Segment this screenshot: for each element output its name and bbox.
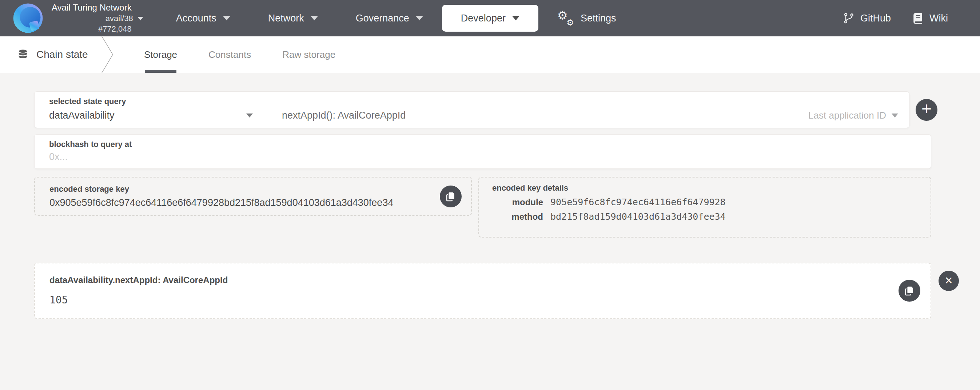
database-icon: [18, 49, 29, 60]
selected-state-query-card: selected state query dataAvailability ne…: [34, 91, 909, 128]
encoded-storage-key-box: encoded storage key 0x905e59f6c8fc974ec6…: [34, 177, 472, 216]
pallet-value: dataAvailability: [49, 110, 246, 121]
copy-icon: [904, 285, 915, 296]
nav-item-settings[interactable]: ⚙⚙ Settings: [538, 5, 635, 32]
chevron-down-icon: [512, 16, 519, 21]
query-label: selected state query: [49, 97, 898, 106]
blockhash-label: blockhash to query at: [49, 140, 920, 149]
query-result-card: dataAvailability.nextAppId: AvailCoreApp…: [34, 263, 931, 319]
gears-icon: ⚙⚙: [557, 10, 574, 26]
chevron-down-icon: [223, 16, 230, 21]
chevron-divider: [101, 37, 113, 73]
blockhash-card: blockhash to query at: [34, 134, 931, 169]
method-dropdown[interactable]: nextAppId(): AvailCoreAppId: [282, 110, 406, 121]
wiki-link[interactable]: Wiki: [912, 13, 948, 24]
copy-result-button[interactable]: [899, 280, 920, 302]
network-name: Avail Turing Network: [52, 3, 132, 13]
section-label: Chain state: [37, 49, 88, 60]
nav-item-network[interactable]: Network: [249, 5, 337, 32]
copy-icon: [445, 191, 456, 202]
tab-raw-storage[interactable]: Raw storage: [282, 37, 336, 73]
link-label: GitHub: [860, 13, 891, 24]
git-branch-icon: [843, 13, 854, 24]
chevron-down-icon: [416, 16, 423, 21]
encoded-key-row: encoded storage key 0x905e59f6c8fc974ec6…: [34, 177, 980, 237]
param-dropdown[interactable]: Last application ID: [808, 110, 898, 121]
key-detail-value: 905e59f6c8fc974ec64116e6f6479928: [550, 197, 726, 207]
nav-label: Developer: [461, 13, 506, 24]
close-icon: ×: [945, 274, 952, 287]
nav-label: Network: [268, 13, 304, 24]
encoded-key-value: 0x905e59f6c8fc974ec64116e6f6479928bd215f…: [49, 197, 440, 209]
add-query-button[interactable]: +: [916, 99, 937, 121]
chain-spec-selector[interactable]: avail/38: [105, 14, 143, 23]
result-value: 105: [49, 294, 899, 306]
tabs: Storage Constants Raw storage: [144, 37, 336, 73]
nav-item-governance[interactable]: Governance: [337, 5, 442, 32]
chain-state-tabbar: Chain state Storage Constants Raw storag…: [0, 37, 980, 73]
blockhash-input[interactable]: [49, 151, 886, 162]
key-detail-row: method bd215f8ad159d04103d61a3d430fee34: [492, 212, 922, 222]
key-details-label: encoded key details: [492, 183, 922, 193]
remove-query-button[interactable]: ×: [939, 271, 959, 291]
encoded-key-details-box: encoded key details module 905e59f6c8fc9…: [478, 177, 931, 237]
nav-label: Governance: [356, 13, 409, 24]
github-link[interactable]: GitHub: [843, 13, 891, 24]
tab-constants[interactable]: Constants: [208, 37, 251, 73]
param-hint-label: Last application ID: [808, 110, 886, 121]
main-nav: Accounts Network Governance Developer ⚙⚙…: [157, 5, 635, 32]
network-brand: Avail Turing Network avail/38 #772,048: [52, 3, 132, 34]
best-block-number: #772,048: [98, 24, 132, 34]
section-heading: Chain state: [0, 37, 92, 73]
key-detail-value: bd215f8ad159d04103d61a3d430fee34: [550, 212, 726, 222]
top-nav-bar: Avail Turing Network avail/38 #772,048 A…: [0, 0, 980, 37]
nav-item-developer[interactable]: Developer: [442, 5, 538, 32]
chevron-down-icon: [311, 16, 318, 21]
copy-key-button[interactable]: [440, 186, 461, 207]
query-row: selected state query dataAvailability ne…: [34, 91, 980, 128]
pallet-dropdown[interactable]: dataAvailability: [49, 110, 253, 121]
encoded-key-label: encoded storage key: [49, 185, 440, 194]
chain-spec-label: avail/38: [105, 14, 133, 23]
external-links: GitHub Wiki: [843, 13, 948, 24]
nav-label: Settings: [581, 13, 616, 24]
query-result-row: dataAvailability.nextAppId: AvailCoreApp…: [34, 263, 980, 319]
key-detail-name: method: [492, 212, 543, 222]
key-detail-name: module: [492, 197, 543, 207]
nav-label: Accounts: [176, 13, 216, 24]
tab-storage[interactable]: Storage: [144, 37, 177, 73]
link-label: Wiki: [929, 13, 948, 24]
book-icon: [912, 13, 924, 24]
chevron-down-icon: [137, 17, 143, 21]
chevron-down-icon: [246, 113, 253, 118]
avail-logo-icon[interactable]: [13, 3, 44, 34]
nav-item-accounts[interactable]: Accounts: [157, 5, 249, 32]
key-detail-row: module 905e59f6c8fc974ec64116e6f6479928: [492, 197, 922, 207]
plus-icon: +: [921, 100, 932, 118]
chevron-down-icon: [892, 113, 898, 118]
result-title: dataAvailability.nextAppId: AvailCoreApp…: [49, 275, 899, 285]
